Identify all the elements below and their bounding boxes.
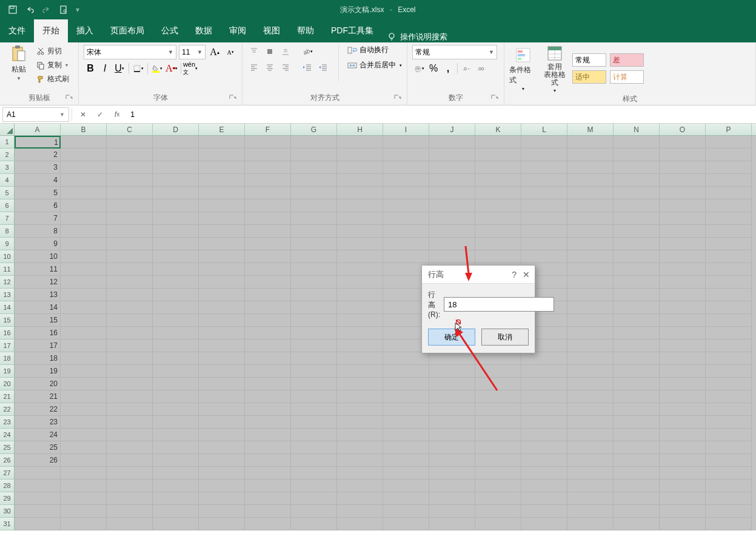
cell[interactable] [337,365,383,378]
cell[interactable] [337,314,383,327]
cell[interactable] [567,454,614,467]
cell[interactable] [475,225,521,238]
cell[interactable] [153,199,199,212]
cell[interactable] [291,492,337,505]
worksheet-grid[interactable]: ABCDEFGHIJKLMNOP 11223344556677889910101… [0,124,756,530]
cell[interactable] [475,480,521,492]
cell[interactable] [383,199,429,212]
cell[interactable] [706,339,752,352]
cell[interactable]: 13 [15,289,61,301]
cell[interactable] [521,174,567,187]
cell[interactable] [475,403,521,416]
cell[interactable] [153,149,199,161]
cut-button[interactable]: 剪切 [36,46,69,56]
cell[interactable] [429,149,475,161]
cell[interactable] [614,339,660,352]
row-header[interactable]: 21 [0,390,15,403]
cell[interactable] [153,250,199,263]
cell[interactable] [15,480,61,492]
cell[interactable] [567,199,614,212]
cell[interactable] [107,250,153,263]
cell[interactable] [337,276,383,289]
cell[interactable] [291,365,337,378]
cell[interactable] [61,467,107,480]
cell[interactable] [614,314,660,327]
column-header[interactable]: O [660,124,706,135]
dialog-close-icon[interactable]: ✕ [523,270,530,279]
cell[interactable] [521,518,567,530]
tab-review[interactable]: 审阅 [221,19,255,42]
cell[interactable] [706,480,752,492]
cell[interactable]: 20 [15,378,61,390]
cell[interactable]: 18 [15,352,61,365]
cell[interactable] [383,505,429,518]
cell[interactable] [107,429,153,441]
cell[interactable] [107,480,153,492]
cell[interactable] [660,136,706,149]
font-color-button[interactable]: A▾ [165,62,178,75]
cell[interactable] [614,492,660,505]
comma-format-button[interactable]: , [441,62,455,75]
cell[interactable]: 24 [15,429,61,441]
cell[interactable] [107,518,153,530]
cell[interactable] [706,352,752,365]
cell[interactable] [660,339,706,352]
cell[interactable] [706,403,752,416]
cell[interactable] [61,263,107,276]
dialog-launcher-icon[interactable] [65,94,73,102]
cell[interactable] [107,441,153,454]
cell[interactable] [429,518,475,530]
cell[interactable] [383,480,429,492]
cell[interactable] [475,378,521,390]
cell[interactable] [291,276,337,289]
cell[interactable] [567,403,614,416]
cell[interactable] [291,136,337,149]
cell[interactable] [429,480,475,492]
cell[interactable] [245,187,291,199]
cell[interactable] [337,480,383,492]
cell[interactable] [245,416,291,429]
cell[interactable] [199,403,245,416]
cell[interactable] [337,149,383,161]
cell[interactable] [383,161,429,174]
cell[interactable] [291,480,337,492]
cell[interactable] [475,250,521,263]
cell[interactable] [614,454,660,467]
cell[interactable] [153,161,199,174]
cell[interactable] [614,174,660,187]
cell[interactable] [521,187,567,199]
row-header[interactable]: 15 [0,314,15,327]
increase-indent-icon[interactable] [316,61,330,74]
cell[interactable] [337,416,383,429]
cell[interactable] [429,454,475,467]
cell[interactable] [521,212,567,225]
paste-button[interactable]: 粘贴 ▼ [5,45,33,81]
align-right-icon[interactable] [279,61,292,74]
cell[interactable] [614,378,660,390]
cell[interactable] [706,289,752,301]
cell[interactable] [107,327,153,339]
formula-input[interactable] [125,107,756,122]
cell[interactable] [107,212,153,225]
cell[interactable] [153,263,199,276]
cell[interactable] [567,339,614,352]
cell[interactable] [107,289,153,301]
cell[interactable] [429,403,475,416]
cell[interactable] [61,403,107,416]
cell[interactable] [337,454,383,467]
row-header[interactable]: 4 [0,174,15,187]
cell[interactable] [706,454,752,467]
cell[interactable] [429,365,475,378]
cell[interactable] [15,492,61,505]
cell[interactable] [660,289,706,301]
bold-button[interactable]: B [84,62,97,75]
cell[interactable] [153,441,199,454]
cell[interactable] [383,467,429,480]
cell[interactable] [567,352,614,365]
cell[interactable] [429,505,475,518]
cell[interactable] [199,263,245,276]
cell[interactable] [107,187,153,199]
cell[interactable]: 9 [15,238,61,250]
cancel-edit-icon[interactable]: ✕ [75,107,92,122]
preview-icon[interactable] [57,3,70,16]
